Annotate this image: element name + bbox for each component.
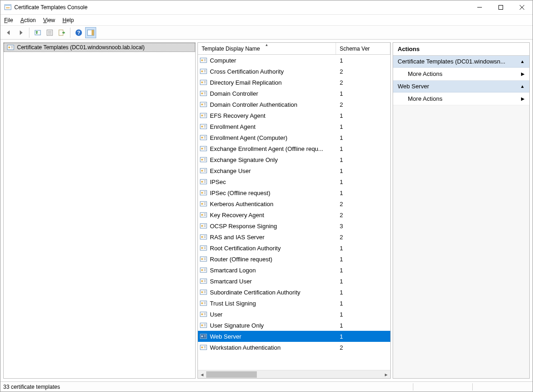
scroll-thumb[interactable] [206,371,257,378]
menu-file[interactable]: File [4,17,13,23]
certificate-template-icon [200,311,208,318]
template-row[interactable]: Key Recovery Agent2 [198,209,390,220]
template-name: Key Recovery Agent [210,212,338,219]
template-name: User Signature Only [210,322,338,329]
titlebar: Certificate Templates Console [0,0,533,15]
svg-point-122 [201,335,203,337]
scroll-track[interactable] [206,370,382,378]
minimize-button[interactable] [469,0,490,14]
template-name: Domain Controller [210,90,338,97]
certificate-template-icon [200,266,208,274]
certificate-template-icon [200,156,208,163]
template-row[interactable]: Workstation Authentication2 [198,342,390,353]
template-row[interactable]: Web Server1 [198,331,390,342]
svg-point-114 [201,313,203,315]
properties-button[interactable] [44,27,55,38]
close-button[interactable] [511,0,533,14]
list-body[interactable]: Computer1Cross Certification Authority2D… [198,55,390,370]
template-schema-version: 1 [338,123,388,130]
certificate-template-icon [200,344,208,351]
svg-point-46 [201,126,203,127]
svg-point-50 [201,137,203,138]
tree-root-label: Certificate Templates (DC01.windowsnoob.… [17,44,145,51]
template-row[interactable]: Domain Controller1 [198,88,390,99]
scroll-right-icon[interactable]: ▸ [382,370,390,378]
help-button[interactable]: ? [73,27,84,38]
maximize-button[interactable] [490,0,511,14]
template-name: Domain Controller Authentication [210,101,338,108]
actions-group-selection[interactable]: Web Server ▲ [393,81,529,92]
template-row[interactable]: User Signature Only1 [198,320,390,331]
template-row[interactable]: Kerberos Authentication2 [198,198,390,209]
template-name: User [210,311,338,318]
certificate-template-icon [200,300,208,307]
show-hide-actions-button[interactable] [85,27,96,38]
certificate-template-icon [200,244,208,252]
template-row[interactable]: OCSP Response Signing3 [198,220,390,231]
forward-button[interactable] [15,27,26,38]
actions-group-templates[interactable]: Certificate Templates (DC01.windowsn... … [393,56,529,68]
svg-point-94 [201,258,203,260]
template-row[interactable]: RAS and IAS Server2 [198,231,390,242]
template-schema-version: 1 [338,112,388,119]
up-button[interactable] [32,27,43,38]
certificate-template-icon [200,333,208,340]
template-schema-version: 1 [338,134,388,141]
template-row[interactable]: Enrollment Agent1 [198,121,390,132]
certificate-template-icon [200,189,208,196]
toolbar-separator [70,28,70,38]
certificate-template-icon [200,233,208,241]
template-row[interactable]: Computer1 [198,55,390,66]
template-row[interactable]: Root Certification Authority1 [198,242,390,254]
template-row[interactable]: Smartcard Logon1 [198,265,390,276]
template-row[interactable]: Cross Certification Authority2 [198,66,390,77]
more-actions-templates[interactable]: More Actions ▶ [393,68,529,81]
template-name: Trust List Signing [210,300,338,307]
statusbar: 33 certificate templates [0,381,533,392]
template-schema-version: 1 [338,245,388,252]
column-header-version[interactable]: Schema Ver [336,43,390,54]
svg-rect-16 [92,30,94,35]
menu-help[interactable]: Help [63,17,74,23]
svg-text:?: ? [77,30,81,35]
certificate-template-icon [200,178,208,185]
scroll-left-icon[interactable]: ◂ [198,370,206,378]
template-row[interactable]: Smartcard User1 [198,276,390,287]
template-row[interactable]: Router (Offline request)1 [198,254,390,265]
svg-point-118 [201,324,203,326]
tree-pane[interactable]: Certificate Templates (DC01.windowsnoob.… [3,42,196,379]
template-row[interactable]: Exchange Enrollment Agent (Offline requ.… [198,143,390,154]
template-row[interactable]: Enrollment Agent (Computer)1 [198,132,390,143]
template-schema-version: 1 [338,333,388,340]
template-row[interactable]: EFS Recovery Agent1 [198,110,390,121]
horizontal-scrollbar[interactable]: ◂ ▸ [198,370,390,378]
svg-rect-2 [6,7,10,8]
template-row[interactable]: Exchange User1 [198,165,390,176]
template-schema-version: 2 [338,212,388,219]
template-row[interactable]: User1 [198,309,390,320]
template-row[interactable]: Trust List Signing1 [198,298,390,309]
template-row[interactable]: Directory Email Replication2 [198,77,390,88]
certificate-template-icon [200,200,208,208]
template-row[interactable]: Exchange Signature Only1 [198,154,390,165]
tree-root-item[interactable]: Certificate Templates (DC01.windowsnoob.… [4,43,195,52]
template-row[interactable]: IPSec (Offline request)1 [198,187,390,198]
template-name: Kerberos Authentication [210,201,338,208]
template-row[interactable]: Domain Controller Authentication2 [198,99,390,110]
more-actions-label: More Actions [408,70,442,77]
template-row[interactable]: IPSec1 [198,176,390,187]
certificate-template-icon [200,112,208,119]
menu-view[interactable]: View [43,17,55,23]
more-actions-selection[interactable]: More Actions ▶ [393,92,529,105]
svg-point-90 [201,247,203,249]
column-header-name[interactable]: Template Display Name ▴ [198,43,336,54]
template-name: Computer [210,57,338,64]
template-schema-version: 1 [338,179,388,185]
toolbar-separator [29,28,29,38]
svg-rect-1 [5,5,11,6]
export-button[interactable] [56,27,67,38]
menu-action[interactable]: Action [20,17,35,23]
back-button[interactable] [3,27,14,38]
template-row[interactable]: Subordinate Certification Authority1 [198,287,390,298]
template-name: Workstation Authentication [210,344,338,351]
